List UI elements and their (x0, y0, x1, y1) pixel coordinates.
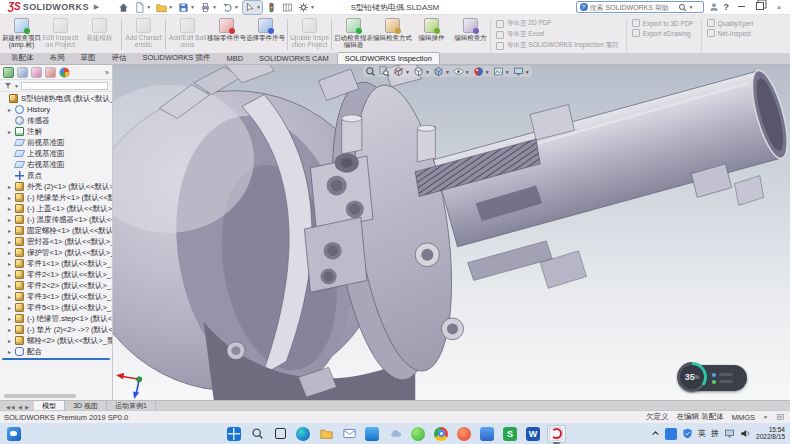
wps-taskbar-button[interactable]: S (501, 425, 520, 443)
tree-item[interactable]: 传感器 (0, 115, 112, 126)
tree-item[interactable]: ▸保护管<1> (默认<<默认>_显示状 (0, 247, 112, 258)
dropdown-arrow-icon[interactable]: ▼ (168, 4, 173, 10)
tree-item[interactable]: ▸(-) 温度传感器<1> (默认<<默认>_ (0, 214, 112, 225)
tree-item[interactable]: ▸History (0, 104, 112, 115)
tree-item[interactable]: ▸零件5<1> (默认<<默认>_显示状 (0, 302, 112, 313)
tree-horizontal-scrollbar[interactable] (4, 394, 76, 398)
tree-expand-arrow-icon[interactable]: ▸ (8, 238, 15, 245)
tab-装配体[interactable]: 装配体 (3, 51, 42, 64)
tree-expand-arrow-icon[interactable]: ▸ (8, 194, 15, 201)
new-inspection-project-button[interactable]: 新建检查项目 (amp.树) (2, 16, 41, 53)
edit-inspection-methods-button[interactable]: 编辑检查方式 (373, 16, 412, 53)
dropdown-arrow-icon[interactable]: ▼ (256, 4, 261, 10)
browser-red-taskbar-button[interactable] (455, 425, 474, 443)
tree-item[interactable]: ▸(-) 垫片 (2)<2> ->? (默认<<默认 (0, 324, 112, 335)
tree-expand-arrow-icon[interactable]: ▸ (8, 326, 15, 333)
tree-item[interactable]: ▸(-) 绝缘管.step<1> (默认<<默认 (0, 313, 112, 324)
tray-expand-icon[interactable] (651, 429, 660, 438)
search-dropdown-icon[interactable]: ▼ (689, 4, 694, 10)
select-balloons-button[interactable]: 选择零件序号 (246, 16, 285, 53)
dropdown-arrow-icon[interactable]: ▼ (465, 69, 470, 75)
tree-item[interactable]: 右视基准面 (0, 159, 112, 170)
search-input[interactable] (590, 4, 676, 11)
tree-expand-arrow-icon[interactable]: ▸ (8, 249, 15, 256)
displaymanager-tab[interactable] (59, 67, 70, 78)
search-taskbar-button[interactable] (248, 425, 267, 443)
taskbar-clock[interactable]: 15:54 2022/8/15 (756, 427, 787, 441)
volume-icon[interactable] (740, 428, 751, 439)
store-taskbar-button[interactable] (363, 425, 382, 443)
rebuild-button[interactable] (265, 1, 278, 14)
dropdown-arrow-icon[interactable]: ▼ (190, 4, 195, 10)
tree-expand-arrow-icon[interactable]: ▸ (8, 205, 15, 212)
restore-button[interactable] (753, 1, 767, 14)
tree-expand-arrow-icon[interactable]: ▸ (8, 282, 15, 289)
minimize-button[interactable] (734, 1, 748, 14)
select-button[interactable]: ▼ (243, 1, 262, 14)
featuremanager-tab[interactable] (3, 67, 14, 78)
chrome-taskbar-button[interactable] (432, 425, 451, 443)
view-orientation-button[interactable]: ▼ (413, 66, 430, 77)
tree-expand-arrow-icon[interactable]: ▸ (8, 227, 15, 234)
dropdown-arrow-icon[interactable]: ▼ (212, 4, 217, 10)
display-tray-icon[interactable] (724, 428, 735, 439)
document-tab[interactable]: 3D 视图 (65, 401, 107, 410)
open-button[interactable]: ▼ (155, 1, 174, 14)
tree-item[interactable]: 原点 (0, 170, 112, 181)
edge-taskbar-button[interactable] (294, 425, 313, 443)
tree-item[interactable]: S型铂铑热电偶 (默认<默认_显示状态-1> (0, 93, 112, 104)
search-icon[interactable] (678, 3, 687, 12)
tree-item[interactable]: ▸注解 (0, 126, 112, 137)
security-shield-icon[interactable] (682, 428, 693, 439)
section-view-button[interactable]: ▼ (393, 66, 410, 77)
dropdown-arrow-icon[interactable]: ▼ (425, 69, 430, 75)
new-file-button[interactable]: ▼ (133, 1, 152, 14)
logo-expand-arrow-icon[interactable]: ▶ (94, 3, 99, 11)
save-button[interactable]: ▼ (177, 1, 196, 14)
zoom-area-button[interactable] (379, 66, 390, 77)
columns-button[interactable] (281, 1, 294, 14)
launch-report-editor-button[interactable]: 启动检查报表编辑器 (334, 16, 373, 53)
tree-item[interactable]: ▸零件3<1> (默认<<默认>_显示状 (0, 291, 112, 302)
tree-expand-arrow-icon[interactable]: ▸ (8, 337, 15, 344)
tray-app-icon[interactable] (665, 428, 677, 440)
edit-appearance-button[interactable]: ▼ (473, 66, 490, 77)
tab-solidworks-cam[interactable]: SOLIDWORKS CAM (251, 52, 337, 64)
performance-overlay-widget[interactable]: 35% (679, 365, 747, 391)
word-taskbar-button[interactable]: W (524, 425, 543, 443)
dropdown-arrow-icon[interactable]: ▼ (146, 4, 151, 10)
dropdown-arrow-icon[interactable]: ▼ (310, 4, 315, 10)
close-button[interactable]: × (772, 1, 786, 14)
tree-item[interactable]: ▸密封器<1> (默认<<默认>_显示状 (0, 236, 112, 247)
hide-show-items-button[interactable]: ▼ (453, 66, 470, 77)
tree-item[interactable]: ▸零件1<1> (默认<<默认>_显示状 (0, 258, 112, 269)
tree-expand-arrow-icon[interactable]: ▸ (8, 106, 15, 113)
view-settings-button[interactable]: ▼ (513, 66, 530, 77)
filter-funnel-icon[interactable] (4, 82, 12, 90)
tree-expand-arrow-icon[interactable]: ▸ (8, 183, 15, 190)
help-search-box[interactable]: ? ▼ (576, 1, 704, 13)
tree-item[interactable]: ▸(-) 绝缘垫片<1> (默认<<默认>_显 (0, 192, 112, 203)
tree-item[interactable]: ▸固定螺栓<1> (默认<<默认>_显示 (0, 225, 112, 236)
tree-expand-arrow-icon[interactable]: ▸ (8, 304, 15, 311)
tree-expand-arrow-icon[interactable]: ▸ (8, 260, 15, 267)
tree-item[interactable]: ▸(-) 上盖<1> (默认<<默认>_显示状 (0, 203, 112, 214)
graphics-viewport[interactable]: ▼▼▼▼▼▼▼ 35% (113, 65, 790, 400)
task-view-taskbar-button[interactable] (271, 425, 290, 443)
document-tab[interactable]: 模型 (34, 401, 65, 410)
tab-solidworks-inspection[interactable]: SOLIDWORKS Inspection (337, 52, 440, 64)
tree-item[interactable]: ▸螺栓<2> (默认<<默认>_显示状态 (0, 335, 112, 346)
apply-scene-button[interactable]: ▼ (493, 66, 510, 77)
undo-button[interactable]: ▼ (221, 1, 240, 14)
dropdown-arrow-icon[interactable]: ▼ (485, 69, 490, 75)
tree-expand-arrow-icon[interactable]: ▸ (8, 293, 15, 300)
dropdown-arrow-icon[interactable]: ▼ (505, 69, 510, 75)
panel-tabs-overflow-icon[interactable]: » (105, 69, 109, 76)
ime-english-indicator[interactable]: 英 (698, 428, 706, 439)
model-3d-view[interactable] (113, 65, 790, 400)
propertymanager-tab[interactable] (17, 67, 28, 78)
tree-item[interactable]: ▸外壳 (2)<1> (默认<<默认>_显示状 (0, 181, 112, 192)
tab-mbd[interactable]: MBD (218, 52, 251, 64)
tree-item[interactable]: 前视基准面 (0, 137, 112, 148)
tree-item[interactable]: ▸配合 (0, 346, 112, 357)
